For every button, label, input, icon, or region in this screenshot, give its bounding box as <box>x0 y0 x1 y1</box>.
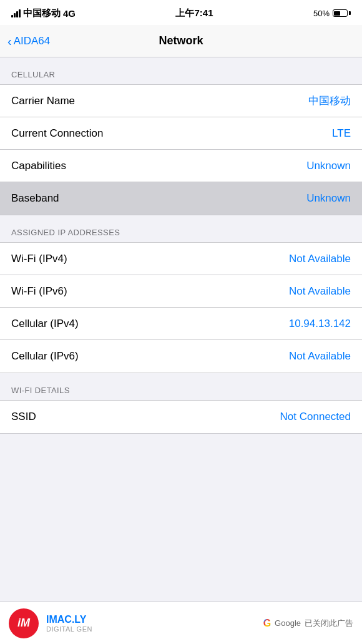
value-baseband: Unknown <box>306 192 351 205</box>
page-title: Network <box>159 34 203 47</box>
row-current-connection: Current Connection LTE <box>0 117 362 150</box>
label-ssid: SSID <box>11 411 36 423</box>
label-carrier-name: Carrier Name <box>11 95 75 107</box>
back-label: AIDA64 <box>14 35 51 47</box>
back-button[interactable]: ‹ AIDA64 <box>7 35 50 47</box>
ad-google-attribution[interactable]: G Google 已关闭此广告 <box>263 618 353 629</box>
section-body-wifi-details: SSID Not Connected <box>0 400 362 434</box>
nav-bar: ‹ AIDA64 Network <box>0 25 362 57</box>
row-ssid: SSID Not Connected <box>0 401 362 433</box>
section-wifi-details: WI-FI DETAILS SSID Not Connected <box>0 373 362 434</box>
value-cellular-ipv6: Not Available <box>289 350 351 363</box>
google-label: Google <box>275 618 301 628</box>
label-current-connection: Current Connection <box>11 127 103 140</box>
value-capabilities: Unknown <box>306 160 351 172</box>
label-wifi-ipv6: Wi-Fi (IPv6) <box>11 285 67 298</box>
section-header-wifi-details: WI-FI DETAILS <box>0 373 362 400</box>
ad-text-block: IMAC.LY DIGITAL GEN <box>46 614 92 633</box>
ad-logo-text: iM <box>17 617 30 630</box>
value-wifi-ipv4: Not Available <box>289 253 351 265</box>
section-header-assigned-ip: ASSIGNED IP ADDRESSES <box>0 215 362 242</box>
value-ssid: Not Connected <box>280 411 351 423</box>
status-bar: 中国移动 4G 上午7:41 50% <box>0 0 362 25</box>
section-cellular: CELLULAR Carrier Name 中国移动 Current Conne… <box>0 57 362 215</box>
ad-logo: iM <box>9 608 39 638</box>
label-baseband: Baseband <box>11 192 59 205</box>
status-carrier: 中国移动 4G <box>11 7 76 19</box>
battery-icon <box>333 9 351 17</box>
row-wifi-ipv6: Wi-Fi (IPv6) Not Available <box>0 275 362 308</box>
value-wifi-ipv6: Not Available <box>289 285 351 298</box>
label-wifi-ipv4: Wi-Fi (IPv4) <box>11 253 67 265</box>
ad-banner: iM IMAC.LY DIGITAL GEN G Google 已关闭此广告 <box>0 602 362 644</box>
carrier-name: 中国移动 <box>23 7 61 19</box>
section-assigned-ip: ASSIGNED IP ADDRESSES Wi-Fi (IPv4) Not A… <box>0 215 362 373</box>
row-carrier-name: Carrier Name 中国移动 <box>0 85 362 117</box>
ad-sub-text: DIGITAL GEN <box>46 625 92 633</box>
value-carrier-name: 中国移动 <box>308 94 351 108</box>
section-body-assigned-ip: Wi-Fi (IPv4) Not Available Wi-Fi (IPv6) … <box>0 242 362 373</box>
section-body-cellular: Carrier Name 中国移动 Current Connection LTE… <box>0 84 362 215</box>
value-cellular-ipv4: 10.94.13.142 <box>289 318 351 330</box>
value-current-connection: LTE <box>332 127 351 140</box>
row-capabilities: Capabilities Unknown <box>0 150 362 182</box>
ad-brand-name: IMAC.LY <box>46 614 92 625</box>
label-cellular-ipv6: Cellular (IPv6) <box>11 350 79 363</box>
row-cellular-ipv6: Cellular (IPv6) Not Available <box>0 340 362 373</box>
signal-icon <box>11 9 21 17</box>
section-header-cellular: CELLULAR <box>0 57 362 84</box>
row-cellular-ipv4: Cellular (IPv4) 10.94.13.142 <box>0 308 362 340</box>
chevron-left-icon: ‹ <box>7 35 12 47</box>
content-area: CELLULAR Carrier Name 中国移动 Current Conne… <box>0 57 362 644</box>
label-cellular-ipv4: Cellular (IPv4) <box>11 318 79 330</box>
battery-percent: 50% <box>313 9 330 18</box>
row-wifi-ipv4: Wi-Fi (IPv4) Not Available <box>0 243 362 275</box>
google-icon: G <box>263 618 271 629</box>
close-ad-text: 已关闭此广告 <box>305 618 353 629</box>
status-battery: 50% <box>313 9 351 18</box>
status-time: 上午7:41 <box>175 7 213 19</box>
network-type: 4G <box>63 8 76 19</box>
row-baseband: Baseband Unknown <box>0 182 362 215</box>
label-capabilities: Capabilities <box>11 160 66 172</box>
